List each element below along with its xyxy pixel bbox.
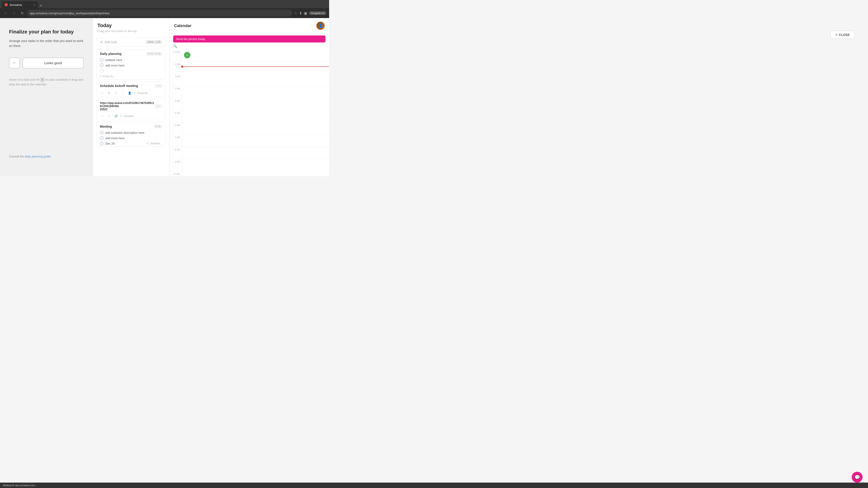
task-card-header: Schedule kickoff meeting –:–	[97, 82, 165, 89]
daily-planning-guide-link[interactable]: daily planning guide	[25, 155, 51, 158]
subtask-check[interactable]	[100, 69, 103, 72]
avatar: 👤	[316, 22, 324, 30]
task-card-asana: https://app.asana.com/0/1206174676385119…	[96, 99, 166, 120]
current-time-indicator	[182, 66, 329, 67]
calendar-panel: Calendar 👤 Send the photos today 🔍 12 AM…	[169, 18, 329, 176]
tag-text: Sunasm...	[124, 115, 136, 118]
subtask-text: add subtasks description here	[105, 131, 145, 134]
bookmark-icon[interactable]: ☆	[294, 11, 297, 15]
subtask-check[interactable]	[100, 136, 103, 140]
priority-icon[interactable]: !	[120, 91, 125, 96]
task-time: –:–	[155, 84, 162, 88]
person-icon[interactable]: 👤	[127, 91, 132, 96]
time-label: 6 AM	[169, 123, 182, 127]
task-time: 0:15	[153, 125, 162, 129]
add-task-row[interactable]: ⊕ Add task Work: 1:05	[96, 37, 166, 46]
today-subtitle: Drag your first tasks to the top	[97, 29, 165, 33]
subtask-text: Dec 20	[105, 142, 115, 145]
task-time: –:–	[155, 104, 162, 108]
subtask-row-dec20: Dec 20 # Sunasm...	[97, 141, 165, 146]
time-content	[182, 74, 329, 86]
number-icon[interactable]: 1	[107, 113, 112, 119]
new-tab-btn[interactable]: +	[40, 3, 42, 8]
subtask-text: add more here	[105, 136, 125, 140]
current-time-dot	[181, 66, 183, 68]
toolbar-icons: ☆ ⬇ ▣ Incognito (2)	[294, 11, 327, 15]
task-name: Schedule kickoff meeting	[100, 84, 138, 88]
subtask-check[interactable]	[100, 58, 103, 62]
time-content	[182, 62, 329, 74]
today-title: Today	[97, 23, 165, 29]
time-label: 4 AM	[169, 98, 182, 102]
task-time: 0:15 / 0:10	[146, 52, 162, 56]
subtask-check[interactable]	[100, 64, 103, 67]
calendar-event-send-photos[interactable]: Send the photos today	[173, 35, 326, 42]
time-content	[182, 111, 329, 123]
time-content	[182, 160, 329, 171]
today-header: Today Drag your first tasks to the top	[93, 18, 169, 35]
time-content	[182, 135, 329, 147]
time-label: 2 AM	[169, 74, 182, 78]
task-name: Daily planning	[100, 52, 122, 56]
subtask-check[interactable]	[100, 131, 103, 134]
subtask-row: add subtasks description here	[97, 130, 165, 135]
incognito-badge[interactable]: Incognito (2)	[309, 11, 327, 15]
calendar-header: Calendar 👤	[169, 18, 329, 34]
tag-icon: #	[134, 92, 135, 95]
check-icon[interactable]: ✓	[100, 113, 105, 119]
browser-tab[interactable]: Sunsama ×	[2, 1, 38, 8]
time-label: 1 AM	[169, 62, 182, 66]
subtask-check[interactable]	[100, 142, 103, 145]
tab-close-btn[interactable]: ×	[34, 3, 35, 6]
task-card-daily-planning: Daily planning 0:15 / 0:10 subtask here …	[96, 49, 166, 79]
task-icons-row: ✓ 🗑 ⏱ ! 👤 # Cross-fu...	[97, 89, 165, 97]
address-bar[interactable]: app.sunsama.com/group/moodjoy_workspace/…	[27, 10, 292, 17]
hint-key: X	[40, 77, 44, 82]
subtask-row-empty	[97, 68, 165, 73]
work-badge: Work: 1:05	[146, 40, 162, 44]
time-label: 10 AM	[169, 172, 182, 175]
time-label: 12 AM	[169, 50, 182, 53]
action-buttons: ← Looks good	[9, 58, 84, 68]
time-row-1am: 1 AM	[169, 62, 329, 74]
link-icon[interactable]: 🔗	[114, 113, 119, 119]
panel-description: Arrange your tasks in the order that you…	[9, 38, 84, 48]
task-icons-row: ✓ 1 🔗 # Sunasm...	[97, 112, 165, 120]
tag-text: Cross-fu...	[137, 92, 150, 95]
subtask-row: add more here	[97, 135, 165, 141]
browser-tab-bar: Sunsama × +	[0, 0, 329, 8]
time-label: 8 AM	[169, 147, 182, 151]
time-content	[182, 123, 329, 135]
back-button[interactable]: ←	[9, 58, 20, 68]
download-icon[interactable]: ⬇	[299, 11, 302, 15]
delete-icon[interactable]: 🗑	[107, 91, 112, 96]
tag-row: # Cross-fu...	[97, 73, 165, 79]
time-label: 3 AM	[169, 86, 182, 90]
time-row-10am: 10 AM	[169, 172, 329, 176]
tag-icon: #	[120, 115, 122, 118]
green-check-icon: ✓	[184, 52, 190, 58]
check-icon[interactable]: ✓	[100, 91, 105, 96]
timer-icon[interactable]: ⏱	[114, 91, 119, 96]
time-row-2am: 2 AM	[169, 74, 329, 86]
task-card-header: https://app.asana.com/0/1206174676385119…	[97, 99, 165, 112]
search-icon[interactable]: 🔍	[173, 44, 326, 48]
time-label: 9 AM	[169, 160, 182, 163]
tag-text: Sunasm...	[150, 142, 162, 145]
app-container: Finalize your plan for today Arrange you…	[0, 18, 329, 176]
time-row-3am: 3 AM	[169, 86, 329, 98]
hint-text: Hover on a task and hit X to auto-schedu…	[9, 77, 84, 87]
time-label: 7 AM	[169, 135, 182, 139]
time-row-9am: 9 AM	[169, 160, 329, 172]
forward-btn[interactable]: →	[11, 10, 17, 16]
refresh-btn[interactable]: ↻	[19, 10, 25, 16]
back-btn[interactable]: ←	[3, 10, 9, 16]
sidebar-icon[interactable]: ▣	[304, 11, 307, 15]
time-row-4am: 4 AM	[169, 98, 329, 111]
time-row-12am: 12 AM ✓	[169, 50, 329, 62]
looks-good-button[interactable]: Looks good	[23, 58, 84, 68]
tab-title: Sunsama	[9, 3, 22, 6]
subtask-text: add more here	[105, 64, 125, 67]
add-task-label: Add task	[105, 40, 146, 44]
browser-toolbar: ← → ↻ app.sunsama.com/group/moodjoy_work…	[0, 8, 329, 18]
